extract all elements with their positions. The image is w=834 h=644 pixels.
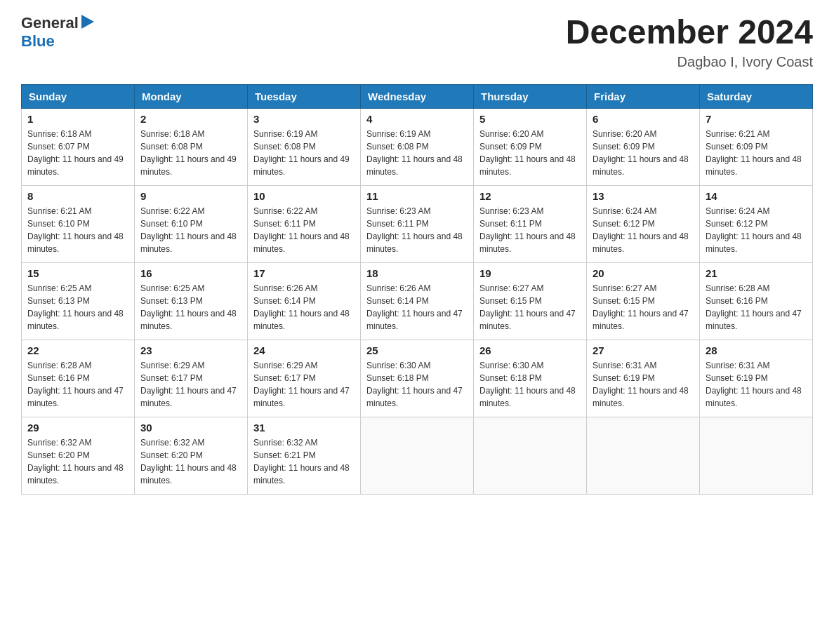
calendar-cell: 30Sunrise: 6:32 AMSunset: 6:20 PMDayligh… — [135, 417, 248, 494]
calendar-cell: 27Sunrise: 6:31 AMSunset: 6:19 PMDayligh… — [587, 340, 700, 417]
sunrise-text: Sunrise: 6:19 AM — [366, 128, 468, 140]
header-cell-saturday: Saturday — [700, 84, 813, 108]
sunrise-text: Sunrise: 6:32 AM — [140, 436, 241, 449]
day-info: Sunrise: 6:20 AMSunset: 6:09 PMDaylight:… — [593, 128, 694, 178]
day-info: Sunrise: 6:24 AMSunset: 6:12 PMDaylight:… — [593, 205, 694, 255]
calendar-cell: 23Sunrise: 6:29 AMSunset: 6:17 PMDayligh… — [135, 340, 248, 417]
sunrise-text: Sunrise: 6:27 AM — [479, 282, 581, 295]
calendar-cell: 7Sunrise: 6:21 AMSunset: 6:09 PMDaylight… — [700, 108, 813, 185]
calendar-cell: 3Sunrise: 6:19 AMSunset: 6:08 PMDaylight… — [248, 108, 361, 185]
day-number: 2 — [140, 113, 241, 125]
daylight-text: Daylight: 11 hours and 48 minutes. — [140, 230, 241, 255]
calendar-table: SundayMondayTuesdayWednesdayThursdayFrid… — [21, 84, 813, 495]
daylight-text: Daylight: 11 hours and 49 minutes. — [27, 153, 128, 178]
sunset-text: Sunset: 6:13 PM — [140, 295, 241, 307]
day-number: 15 — [27, 267, 128, 279]
svg-marker-0 — [81, 15, 94, 29]
sunset-text: Sunset: 6:20 PM — [140, 449, 241, 462]
day-number: 19 — [479, 267, 581, 279]
day-info: Sunrise: 6:21 AMSunset: 6:09 PMDaylight:… — [706, 128, 807, 178]
daylight-text: Daylight: 11 hours and 48 minutes. — [253, 307, 355, 333]
day-info: Sunrise: 6:28 AMSunset: 6:16 PMDaylight:… — [706, 282, 807, 333]
calendar-cell: 4Sunrise: 6:19 AMSunset: 6:08 PMDaylight… — [361, 108, 474, 185]
day-info: Sunrise: 6:26 AMSunset: 6:14 PMDaylight:… — [366, 282, 468, 333]
sunrise-text: Sunrise: 6:18 AM — [140, 128, 241, 140]
logo: General Blue — [21, 14, 94, 51]
day-number: 11 — [366, 190, 468, 202]
header-cell-sunday: Sunday — [22, 84, 135, 108]
sunrise-text: Sunrise: 6:29 AM — [140, 359, 241, 372]
sunrise-text: Sunrise: 6:28 AM — [27, 359, 128, 372]
day-info: Sunrise: 6:27 AMSunset: 6:15 PMDaylight:… — [479, 282, 581, 333]
day-info: Sunrise: 6:32 AMSunset: 6:21 PMDaylight:… — [253, 436, 355, 487]
sunset-text: Sunset: 6:20 PM — [27, 449, 128, 462]
daylight-text: Daylight: 11 hours and 48 minutes. — [140, 462, 241, 487]
calendar-cell: 13Sunrise: 6:24 AMSunset: 6:12 PMDayligh… — [587, 185, 700, 262]
location-subtitle: Dagbao I, Ivory Coast — [566, 54, 813, 70]
day-number: 25 — [366, 344, 468, 356]
day-number: 6 — [593, 113, 694, 125]
calendar-cell: 5Sunrise: 6:20 AMSunset: 6:09 PMDaylight… — [474, 108, 587, 185]
daylight-text: Daylight: 11 hours and 48 minutes. — [366, 153, 468, 178]
sunrise-text: Sunrise: 6:22 AM — [253, 205, 355, 217]
calendar-cell: 11Sunrise: 6:23 AMSunset: 6:11 PMDayligh… — [361, 185, 474, 262]
sunset-text: Sunset: 6:16 PM — [27, 372, 128, 384]
day-info: Sunrise: 6:26 AMSunset: 6:14 PMDaylight:… — [253, 282, 355, 333]
sunset-text: Sunset: 6:13 PM — [27, 295, 128, 307]
day-info: Sunrise: 6:21 AMSunset: 6:10 PMDaylight:… — [27, 205, 128, 255]
calendar-cell: 22Sunrise: 6:28 AMSunset: 6:16 PMDayligh… — [22, 340, 135, 417]
sunset-text: Sunset: 6:10 PM — [27, 217, 128, 230]
sunrise-text: Sunrise: 6:26 AM — [366, 282, 468, 295]
header-row: SundayMondayTuesdayWednesdayThursdayFrid… — [22, 84, 813, 108]
calendar-body: 1Sunrise: 6:18 AMSunset: 6:07 PMDaylight… — [22, 108, 813, 494]
daylight-text: Daylight: 11 hours and 48 minutes. — [593, 384, 694, 410]
calendar-cell: 20Sunrise: 6:27 AMSunset: 6:15 PMDayligh… — [587, 262, 700, 340]
header-cell-friday: Friday — [587, 84, 700, 108]
calendar-cell: 14Sunrise: 6:24 AMSunset: 6:12 PMDayligh… — [700, 185, 813, 262]
sunset-text: Sunset: 6:14 PM — [366, 295, 468, 307]
header-cell-monday: Monday — [135, 84, 248, 108]
calendar-cell: 31Sunrise: 6:32 AMSunset: 6:21 PMDayligh… — [248, 417, 361, 494]
sunset-text: Sunset: 6:07 PM — [27, 140, 128, 153]
calendar-cell: 25Sunrise: 6:30 AMSunset: 6:18 PMDayligh… — [361, 340, 474, 417]
calendar-header: SundayMondayTuesdayWednesdayThursdayFrid… — [22, 84, 813, 108]
day-info: Sunrise: 6:32 AMSunset: 6:20 PMDaylight:… — [27, 436, 128, 487]
day-number: 30 — [140, 422, 241, 434]
calendar-cell: 12Sunrise: 6:23 AMSunset: 6:11 PMDayligh… — [474, 185, 587, 262]
calendar-cell: 6Sunrise: 6:20 AMSunset: 6:09 PMDaylight… — [587, 108, 700, 185]
sunrise-text: Sunrise: 6:22 AM — [140, 205, 241, 217]
day-number: 23 — [140, 344, 241, 356]
daylight-text: Daylight: 11 hours and 48 minutes. — [27, 307, 128, 333]
sunset-text: Sunset: 6:19 PM — [593, 372, 694, 384]
sunrise-text: Sunrise: 6:20 AM — [479, 128, 581, 140]
sunset-text: Sunset: 6:11 PM — [253, 217, 355, 230]
calendar-cell: 10Sunrise: 6:22 AMSunset: 6:11 PMDayligh… — [248, 185, 361, 262]
sunset-text: Sunset: 6:21 PM — [253, 449, 355, 462]
page-header: General Blue December 2024 Dagbao I, Ivo… — [21, 14, 813, 70]
day-number: 7 — [706, 113, 807, 125]
sunset-text: Sunset: 6:19 PM — [706, 372, 807, 384]
sunset-text: Sunset: 6:10 PM — [140, 217, 241, 230]
calendar-cell: 8Sunrise: 6:21 AMSunset: 6:10 PMDaylight… — [22, 185, 135, 262]
day-info: Sunrise: 6:31 AMSunset: 6:19 PMDaylight:… — [593, 359, 694, 410]
sunset-text: Sunset: 6:08 PM — [140, 140, 241, 153]
sunrise-text: Sunrise: 6:26 AM — [253, 282, 355, 295]
day-number: 10 — [253, 190, 355, 202]
day-info: Sunrise: 6:24 AMSunset: 6:12 PMDaylight:… — [706, 205, 807, 255]
daylight-text: Daylight: 11 hours and 47 minutes. — [706, 307, 807, 333]
week-row-2: 8Sunrise: 6:21 AMSunset: 6:10 PMDaylight… — [22, 185, 813, 262]
daylight-text: Daylight: 11 hours and 48 minutes. — [253, 230, 355, 255]
day-number: 17 — [253, 267, 355, 279]
day-info: Sunrise: 6:30 AMSunset: 6:18 PMDaylight:… — [479, 359, 581, 410]
day-info: Sunrise: 6:22 AMSunset: 6:11 PMDaylight:… — [253, 205, 355, 255]
sunrise-text: Sunrise: 6:24 AM — [593, 205, 694, 217]
sunset-text: Sunset: 6:18 PM — [479, 372, 581, 384]
day-number: 28 — [706, 344, 807, 356]
day-number: 3 — [253, 113, 355, 125]
sunset-text: Sunset: 6:12 PM — [593, 217, 694, 230]
day-number: 18 — [366, 267, 468, 279]
daylight-text: Daylight: 11 hours and 49 minutes. — [253, 153, 355, 178]
sunrise-text: Sunrise: 6:21 AM — [706, 128, 807, 140]
daylight-text: Daylight: 11 hours and 47 minutes. — [479, 307, 581, 333]
sunset-text: Sunset: 6:15 PM — [593, 295, 694, 307]
